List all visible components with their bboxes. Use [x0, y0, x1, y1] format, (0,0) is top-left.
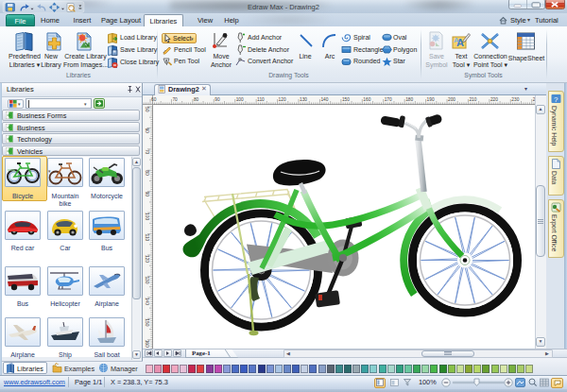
svg-text:?: ?: [554, 95, 558, 104]
